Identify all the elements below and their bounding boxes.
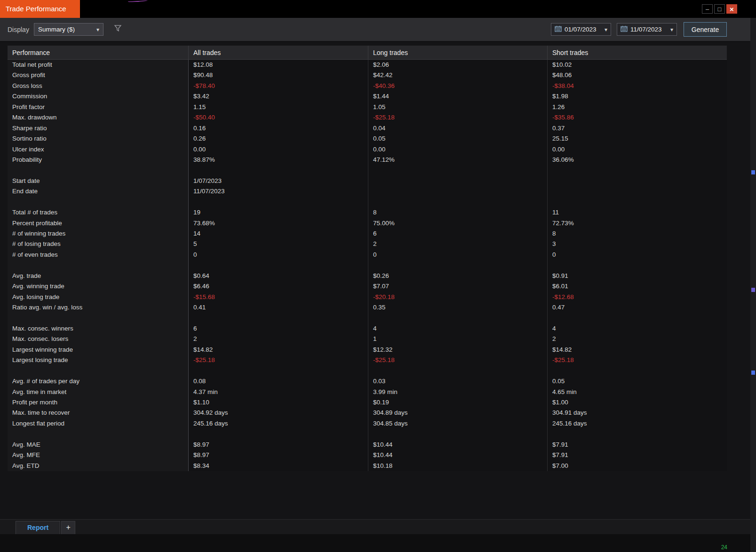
column-header-all-trades[interactable]: All trades [188,46,368,59]
metric-value: $14.82 [188,345,368,355]
metric-label: # of even trades [8,250,188,260]
table-row: Avg. MFE$8.97$10.44$7.91 [8,450,727,460]
metric-value: 0.05 [547,376,727,386]
filter-button[interactable] [112,24,124,36]
metric-label [8,313,188,323]
column-header-performance[interactable]: Performance [8,46,188,59]
minimize-button[interactable]: – [702,4,713,14]
metric-value: $0.64 [188,271,368,281]
display-mode-dropdown[interactable]: Summary ($) ▾ [34,23,103,36]
metric-label: # of winning trades [8,229,188,239]
metric-value: 0 [547,250,727,260]
date-from-picker[interactable]: 01/07/2023 ▾ [551,23,611,36]
close-button[interactable]: × [726,4,737,14]
metric-value: 0.00 [188,144,368,155]
metric-label: Avg. time in market [8,387,188,397]
metric-label: # of losing trades [8,239,188,249]
table-row: # of losing trades523 [8,239,727,249]
metric-label: Largest losing trade [8,355,188,365]
metric-value: $1.98 [547,91,727,102]
metric-value: 304.85 days [368,418,547,429]
metric-label: Avg. winning trade [8,281,188,292]
metric-value: -$35.86 [547,112,727,123]
metric-label: Avg. ETD [8,461,188,471]
table-row: # of winning trades1468 [8,229,727,239]
metric-value: 2 [368,239,547,249]
table-row: Max. time to recover304.92 days304.89 da… [8,408,727,418]
metric-value: -$12.68 [547,292,727,302]
metric-value: -$25.18 [368,112,547,123]
metric-value: 0.41 [188,302,368,313]
generate-button[interactable]: Generate [684,22,727,37]
metric-value: $1.00 [547,397,727,408]
metric-value: 304.89 days [368,408,547,418]
table-row: Max. drawdown-$50.40-$25.18-$35.86 [8,112,727,123]
metric-value: 0.00 [368,144,547,155]
metric-value: 0.05 [368,134,547,144]
metric-value: $90.48 [188,70,368,80]
right-scrollbar[interactable] [750,18,756,552]
metric-value: 1.15 [188,102,368,112]
metric-value: 0.37 [547,123,727,134]
table-row: Commission$3.42$1.44$1.98 [8,91,727,102]
table-row: Avg. time in market4.37 min3.99 min4.65 … [8,387,727,397]
metric-value: $14.82 [547,345,727,355]
metric-value [188,429,368,439]
metric-value [368,165,547,175]
metric-label: Probability [8,155,188,165]
metric-value: 6 [188,323,368,334]
table-row: Avg. ETD$8.34$10.18$7.00 [8,461,727,471]
table-row [8,429,727,439]
metric-value: $0.91 [547,271,727,281]
metric-value: -$40.36 [368,81,547,91]
metric-value [188,260,368,270]
metric-label: Largest winning trade [8,345,188,355]
column-header-long-trades[interactable]: Long trades [368,46,547,59]
metric-value: $8.97 [188,440,368,450]
metric-label: Sharpe ratio [8,123,188,134]
column-header-short-trades[interactable]: Short trades [547,46,727,59]
maximize-button[interactable]: □ [714,4,725,14]
metric-value: 8 [368,207,547,218]
metric-value: 4.65 min [547,387,727,397]
table-row: Sortino ratio0.260.0525.15 [8,134,727,144]
metric-label: Max. drawdown [8,112,188,123]
metric-label [8,165,188,175]
table-row: Profit per month$1.10$0.19$1.00 [8,397,727,408]
metric-value: 0.04 [368,123,547,134]
table-row: Avg. MAE$8.97$10.44$7.91 [8,440,727,450]
metric-value: 1 [368,334,547,344]
metric-value: 4.37 min [188,387,368,397]
metric-value: -$38.04 [547,81,727,91]
metric-value [547,366,727,376]
metric-value: 0.26 [188,134,368,144]
metric-value [188,313,368,323]
metric-value: 0.35 [368,302,547,313]
table-row: Avg. winning trade$6.46$7.07$6.01 [8,281,727,292]
tab-report[interactable]: Report [16,521,60,534]
metric-label [8,366,188,376]
bottom-strip: 24 [0,534,756,552]
metric-label: Gross loss [8,81,188,91]
add-tab-button[interactable]: + [61,521,75,534]
metric-value [188,197,368,207]
metric-label: Avg. MFE [8,450,188,460]
metric-value: -$25.18 [188,355,368,365]
table-row [8,197,727,207]
table-row: Probability38.87%47.12%36.06% [8,155,727,165]
bottom-tabbar: Report + [0,519,750,534]
metric-value: -$20.18 [368,292,547,302]
titlebar: Trade Performance – □ × [0,0,756,18]
table-row: Max. consec. losers212 [8,334,727,344]
table-row: Start date1/07/2023 [8,176,727,186]
table-row [8,165,727,175]
metric-value [188,165,368,175]
date-to-picker[interactable]: 11/07/2023 ▾ [617,23,677,36]
metric-label: Total # of trades [8,207,188,218]
metric-value: $8.34 [188,461,368,471]
metric-value: 0.16 [188,123,368,134]
metric-value: 0 [368,250,547,260]
table-row: Ulcer index0.000.000.00 [8,144,727,155]
scrollbar-marker [751,371,755,375]
metric-value [547,165,727,175]
